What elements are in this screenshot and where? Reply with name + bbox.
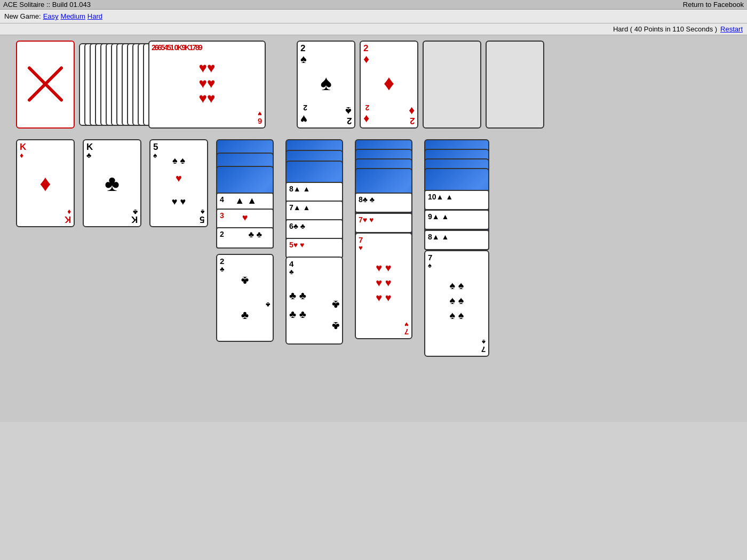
talon-area[interactable]: .talon-stack { position: absolute; } 266… (79, 41, 276, 131)
tableau-col-2[interactable]: K ♣ ♣ K ♣ (83, 139, 144, 233)
app-title: ACE Solitaire :: Build 01.043 (3, 1, 91, 9)
info-bar: Hard ( 40 Points in 110 Seconds ) Restar… (0, 23, 747, 35)
tableau-col-3[interactable]: 5 ♠ ♠ ♠ ♥ ♥ ♥ 5 ♠ (149, 139, 211, 233)
tableau-row: K ♦ ♦ K ♦ K ♣ ♣ K ♣ 5 ♠ ♠ ♠ (16, 139, 731, 417)
foundation-1[interactable]: 2 ♠ ♠ 2 ♠ ♥ 2 (297, 41, 355, 129)
talon-top-card[interactable]: 26654510K9K1789 ♥♥♥♥♥♥ 6 ♥ (148, 41, 266, 129)
foundation-4[interactable] (486, 41, 544, 129)
tableau-col-4[interactable]: 4 ▲ ▲ 3 ♥ 2 ♣ ♣ 2 ♣ ♣ ♣ (216, 139, 280, 363)
tableau-col-6[interactable]: 8♣ ♣ 7♥ ♥ 7 ♥ ♥ ♥♥ ♥♥ ♥ 7 ♥ (355, 139, 419, 406)
tableau-col-5[interactable]: 8▲ ▲ 7▲ ▲ 6♣ ♣ 5♥ ♥ 4 ♣ ♣ ♣ (285, 139, 349, 395)
medium-link[interactable]: Medium (61, 12, 85, 20)
return-to-facebook-link[interactable]: Return to Facebook (683, 1, 744, 9)
restart-link[interactable]: Restart (720, 25, 743, 33)
tableau-col-1[interactable]: K ♦ ♦ K ♦ (16, 139, 77, 233)
title-bar: ACE Solitaire :: Build 01.043 Return to … (0, 0, 747, 10)
difficulty-text: Hard ( 40 Points in 110 Seconds ) (613, 25, 717, 33)
easy-link[interactable]: Easy (43, 12, 59, 20)
hard-link[interactable]: Hard (88, 12, 102, 20)
new-game-label: New Game: (4, 12, 41, 20)
top-row: .talon-stack { position: absolute; } 266… (16, 41, 731, 131)
game-area: .talon-stack { position: absolute; } 266… (0, 35, 747, 422)
stock-pile[interactable] (16, 41, 75, 129)
menu-bar: New Game: Easy Medium Hard (0, 10, 747, 23)
foundation-3[interactable] (423, 41, 481, 129)
stock-x-icon (27, 65, 64, 104)
tableau-col-7[interactable]: 10▲ ▲ 9▲ ▲ 8▲ ▲ 7 ♠ ♠ ♠♠ ♠♠ ♠ 7 ♠ (424, 139, 499, 417)
foundation-area: 2 ♠ ♠ 2 ♠ ♥ 2 2 ♦ ♦ 2 ♦ ♦ (297, 41, 544, 129)
foundation-2[interactable]: 2 ♦ ♦ 2 ♦ ♦ 2 (360, 41, 418, 129)
